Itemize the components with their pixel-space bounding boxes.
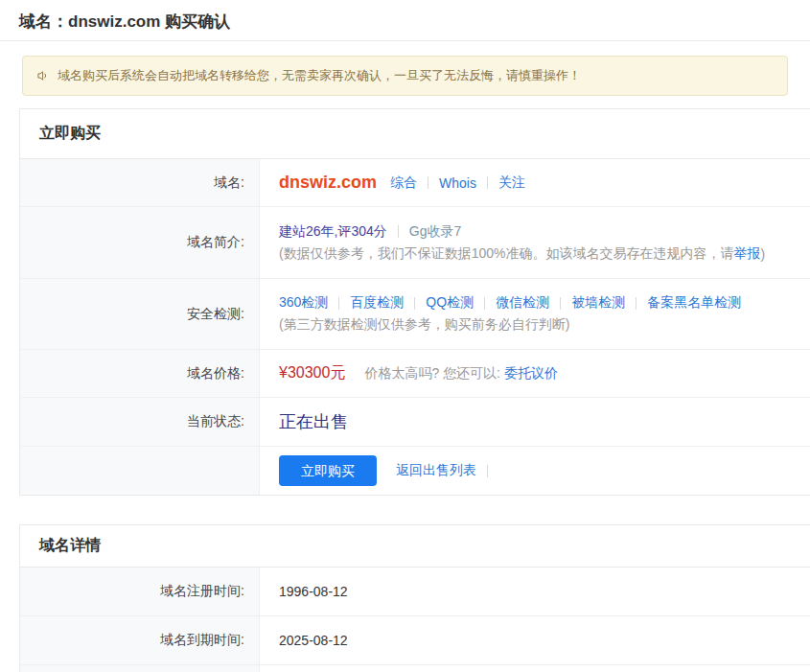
- security-link-wechat[interactable]: 微信检测: [496, 294, 549, 312]
- separator: [338, 297, 339, 310]
- report-link[interactable]: 举报: [733, 245, 760, 263]
- buy-now-button[interactable]: 立即购买: [279, 455, 377, 486]
- intro-label: 域名简介:: [20, 207, 260, 278]
- table-row-expiry-date: 域名到期时间: 2025-08-12: [20, 616, 810, 665]
- bargain-link[interactable]: 委托议价: [504, 365, 558, 382]
- security-label: 安全检测:: [20, 279, 260, 349]
- table-row-security: 安全检测: 360检测 百度检测 QQ检测 微信检测 被墙检测 备案黑名单检测 …: [20, 279, 810, 350]
- intro-note-prefix: (数据仅供参考，我们不保证数据100%准确。如该域名交易存在违规内容，请: [279, 245, 733, 263]
- security-link-gfw[interactable]: 被墙检测: [571, 294, 625, 312]
- table-row-intro: 域名简介: 建站26年,评304分 Gg收录7 (数据仅供参考，我们不保证数据1…: [20, 207, 810, 279]
- separator: [414, 297, 415, 310]
- detail-panel: 域名详情 域名注册时间: 1996-08-12 域名到期时间: 2025-08-…: [19, 524, 810, 672]
- buy-panel: 立即购买 域名: dnswiz.com 综合 Whois 关注 域名简介: 建站…: [19, 108, 810, 496]
- separator: [636, 297, 636, 310]
- table-row-status: 当前状态: 正在出售: [20, 398, 810, 447]
- domain-link-composite[interactable]: 综合: [390, 174, 417, 192]
- notice-text: 域名购买后系统会自动把域名转移给您，无需卖家再次确认，一旦买了无法反悔，请慎重操…: [58, 67, 581, 84]
- table-row-partial: [20, 665, 810, 672]
- back-to-list-link[interactable]: 返回出售列表: [396, 462, 476, 479]
- page-title: 域名：dnswiz.com 购买确认: [19, 11, 230, 33]
- table-row-price: 域名价格: ¥30300元 价格太高吗? 您还可以: 委托议价: [20, 350, 810, 398]
- site-age-score-link[interactable]: 建站26年,评304分: [279, 223, 387, 241]
- status-value: 正在出售: [279, 410, 348, 433]
- security-link-360[interactable]: 360检测: [279, 294, 328, 312]
- domain-name: dnswiz.com: [279, 173, 377, 193]
- title-divider: [0, 40, 810, 41]
- table-row-domain: 域名: dnswiz.com 综合 Whois 关注: [20, 159, 810, 207]
- registered-date-label: 域名注册时间:: [20, 568, 260, 615]
- security-link-baidu[interactable]: 百度检测: [350, 294, 404, 312]
- price-value: ¥30300元: [279, 363, 345, 383]
- speaker-icon: [36, 69, 50, 82]
- domain-label: 域名:: [20, 159, 260, 206]
- status-label: 当前状态:: [20, 398, 260, 446]
- separator: [484, 297, 485, 310]
- table-row-actions: 立即购买 返回出售列表: [20, 447, 810, 495]
- actions-label-empty: [20, 447, 260, 495]
- separator: [560, 297, 561, 310]
- notice-banner: 域名购买后系统会自动把域名转移给您，无需卖家再次确认，一旦买了无法反悔，请慎重操…: [22, 56, 788, 96]
- buy-panel-title: 立即购买: [20, 109, 810, 159]
- separator: [487, 465, 488, 477]
- price-hint: 价格太高吗? 您还可以:: [364, 365, 500, 382]
- intro-note: (数据仅供参考，我们不保证数据100%准确。如该域名交易存在违规内容，请 举报 …: [279, 245, 810, 263]
- price-label: 域名价格:: [20, 350, 260, 397]
- separator: [487, 176, 488, 189]
- expiry-date-value: 2025-08-12: [279, 633, 810, 648]
- detail-panel-title: 域名详情: [20, 525, 810, 568]
- domain-link-follow[interactable]: 关注: [498, 174, 525, 192]
- separator: [428, 176, 428, 189]
- google-index-link[interactable]: Gg收录7: [409, 223, 461, 241]
- registered-date-value: 1996-08-12: [279, 584, 810, 599]
- domain-link-whois[interactable]: Whois: [439, 175, 476, 191]
- intro-note-suffix: ): [760, 246, 765, 262]
- table-row-registered-date: 域名注册时间: 1996-08-12: [20, 568, 810, 616]
- security-note: (第三方数据检测仅供参考，购买前务必自行判断): [279, 316, 810, 334]
- security-link-icp-blacklist[interactable]: 备案黑名单检测: [647, 294, 741, 312]
- separator: [398, 225, 399, 238]
- expiry-date-label: 域名到期时间:: [20, 616, 260, 664]
- security-link-qq[interactable]: QQ检测: [426, 294, 474, 312]
